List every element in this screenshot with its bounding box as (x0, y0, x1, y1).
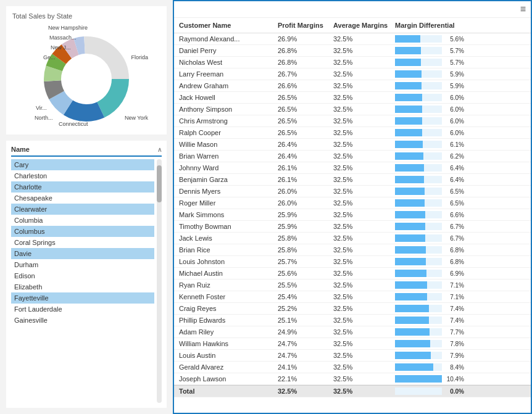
bar-fill (395, 375, 442, 383)
margin-differential: 6.0% (393, 105, 467, 114)
table-row: Gerald Alvarez24.1%32.5%8.4% (174, 362, 531, 373)
sort-icon[interactable]: ∧ (157, 146, 162, 153)
profit-margin: 25.8% (275, 246, 331, 254)
city-item[interactable]: Clearwater (11, 204, 154, 215)
top-bar: ≡ (174, 1, 531, 18)
label-massach: Massach... (49, 35, 77, 41)
city-item[interactable]: Gainesville (11, 315, 154, 326)
column-header-3: Margin Differential (393, 22, 467, 29)
profit-margin: 25.7% (275, 257, 331, 266)
scrollbar-track[interactable] (157, 159, 162, 403)
city-item[interactable]: Elizabeth (11, 281, 154, 292)
hamburger-icon[interactable]: ≡ (520, 4, 526, 15)
bar-container (395, 234, 442, 242)
scrollbar-thumb[interactable] (157, 165, 162, 202)
avg-margin: 32.5% (331, 351, 393, 360)
bar-fill (395, 129, 422, 136)
profit-margin: 25.9% (275, 210, 331, 219)
total-avg: 32.5% (331, 387, 393, 395)
bar-container (395, 82, 442, 89)
bar-fill (395, 340, 430, 347)
city-list-header-label: Name (11, 146, 30, 153)
total-diff: 0.0% (393, 387, 467, 395)
table-row: Jack Lewis25.8%32.5%6.7% (174, 233, 531, 244)
city-item[interactable]: Fort Lauderdale (11, 304, 154, 315)
avg-margin: 32.5% (331, 304, 393, 313)
total-label: Total (177, 387, 275, 395)
city-item[interactable]: Charlotte (11, 181, 154, 193)
bar-container (395, 211, 442, 218)
city-item[interactable]: Charleston (11, 170, 154, 181)
city-list-container: CaryCharlestonCharlotteChesapeakeClearwa… (11, 159, 162, 403)
profit-margin: 25.4% (275, 292, 331, 301)
margin-differential: 6.8% (393, 246, 467, 254)
label-new-york: New York (125, 115, 148, 121)
bar-container (395, 317, 442, 324)
avg-margin: 32.5% (331, 105, 393, 114)
table-row: Michael Austin25.6%32.5%6.9% (174, 268, 531, 279)
bar-fill (395, 141, 423, 148)
svg-point-11 (63, 56, 110, 102)
profit-margin: 26.1% (275, 175, 331, 184)
margin-differential: 6.5% (393, 199, 467, 207)
city-item[interactable]: Edison (11, 270, 154, 281)
bar-fill (395, 270, 426, 277)
city-item[interactable]: Fayetteville (11, 292, 154, 304)
donut-section: Total Sales by State (6, 6, 167, 135)
city-item[interactable]: Columbus (11, 226, 154, 237)
customer-name: Daniel Perry (177, 46, 275, 55)
total-profit: 32.5% (275, 387, 331, 395)
city-item[interactable]: Davie (11, 248, 154, 259)
avg-margin: 32.5% (331, 46, 393, 55)
diff-label: 5.7% (444, 59, 464, 66)
bar-fill (395, 164, 424, 172)
margin-differential: 6.0% (393, 93, 467, 102)
avg-margin: 32.5% (331, 339, 393, 348)
table-row: Anthony Simpson26.5%32.5%6.0% (174, 104, 531, 115)
margin-differential: 6.6% (393, 210, 467, 219)
city-item[interactable]: Cary (11, 159, 154, 170)
margin-differential: 5.7% (393, 58, 467, 67)
diff-label: 6.7% (444, 223, 464, 230)
table-row: Larry Freeman26.7%32.5%5.9% (174, 68, 531, 80)
avg-margin: 32.5% (331, 152, 393, 160)
bar-container (395, 164, 442, 172)
bar-container (395, 152, 442, 160)
diff-label: 5.9% (444, 71, 464, 78)
bar-container (395, 176, 442, 183)
diff-label: 6.8% (444, 247, 464, 254)
avg-margin: 32.5% (331, 257, 393, 266)
bar-fill (395, 328, 430, 336)
city-item[interactable]: Chesapeake (11, 193, 154, 204)
avg-margin: 32.5% (331, 140, 393, 149)
margin-differential: 7.7% (393, 328, 467, 336)
city-list-header: Name ∧ (11, 146, 162, 157)
bar-fill (395, 35, 420, 43)
table-row: Roger Miller26.0%32.5%6.5% (174, 197, 531, 209)
avg-margin: 32.5% (331, 35, 393, 43)
table-row: Johnny Ward26.1%32.5%6.4% (174, 162, 531, 174)
bar-fill (395, 246, 426, 254)
city-item[interactable]: Columbia (11, 215, 154, 226)
margin-differential: 7.9% (393, 351, 467, 360)
customer-name: Craig Reyes (177, 304, 275, 313)
city-item[interactable]: Coral Springs (11, 237, 154, 248)
profit-margin: 25.9% (275, 222, 331, 231)
donut-title: Total Sales by State (12, 12, 160, 20)
margin-differential: 6.2% (393, 152, 467, 160)
margin-differential: 10.4% (393, 375, 467, 383)
right-panel: ≡ Customer NameProfit MarginsAverage Mar… (173, 0, 532, 414)
table-row: Jack Howell26.5%32.5%6.0% (174, 92, 531, 104)
column-header-1: Profit Margins (275, 22, 331, 29)
avg-margin: 32.5% (331, 375, 393, 383)
avg-margin: 32.5% (331, 246, 393, 254)
city-list-section: Name ∧ CaryCharlestonCharlotteChesapeake… (6, 141, 167, 408)
label-ge: Ge... (43, 54, 56, 60)
city-item[interactable]: Durham (11, 259, 154, 270)
donut-chart: New Hampshire Massach... New J... Ge... … (25, 23, 148, 128)
diff-label: 6.8% (444, 259, 464, 265)
bar-container (395, 94, 442, 101)
bar-container (395, 352, 442, 359)
bar-fill (395, 363, 433, 371)
customer-name: Brian Rice (177, 246, 275, 254)
